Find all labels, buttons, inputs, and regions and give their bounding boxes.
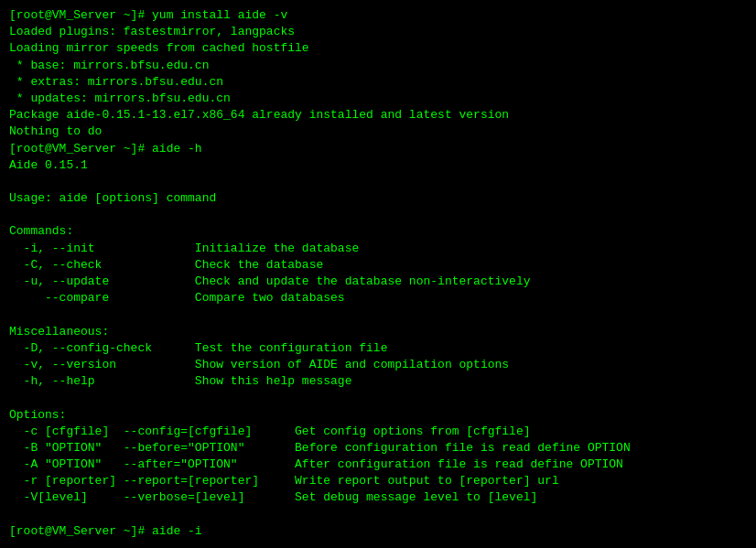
terminal-line: -r [reporter] --report=[reporter] Write …: [9, 473, 747, 489]
terminal-line: Commands:: [9, 223, 747, 240]
terminal-line: Loaded plugins: fastestmirror, langpacks: [9, 24, 747, 40]
terminal-line: -A "OPTION" --after="OPTION" After confi…: [9, 457, 747, 473]
terminal-line: Package aide-0.15.1-13.el7.x86_64 alread…: [9, 107, 747, 124]
terminal-line: -i, --init Initialize the database: [9, 241, 747, 257]
terminal-line: Aide 0.15.1: [9, 157, 747, 174]
terminal-line: [root@VM_Server ~]# yum install aide -v: [9, 7, 747, 24]
terminal-line: [9, 306, 747, 323]
terminal-line: -B "OPTION" --before="OPTION" Before con…: [9, 440, 747, 457]
terminal-line: -V[level] --verbose=[level] Set debug me…: [9, 489, 747, 506]
terminal-line: [root@VM_Server ~]# aide -i: [9, 523, 747, 540]
terminal-line: * extras: mirrors.bfsu.edu.cn: [9, 74, 747, 91]
terminal-line: -C, --check Check the database: [9, 257, 747, 274]
terminal-line: [9, 174, 747, 190]
terminal-window: [root@VM_Server ~]# yum install aide -vL…: [9, 7, 747, 548]
terminal-line: [root@VM_Server ~]# aide -h: [9, 141, 747, 157]
terminal-line: * updates: mirrors.bfsu.edu.cn: [9, 91, 747, 107]
terminal-line: [9, 507, 747, 523]
terminal-line: -v, --version Show version of AIDE and c…: [9, 357, 747, 373]
terminal-line: -h, --help Show this help message: [9, 373, 747, 390]
terminal-line: Nothing to do: [9, 124, 747, 140]
terminal-line: * base: mirrors.bfsu.edu.cn: [9, 58, 747, 74]
terminal-line: [9, 207, 747, 223]
terminal-line: Loading mirror speeds from cached hostfi…: [9, 40, 747, 57]
terminal-line: -c [cfgfile] --config=[cfgfile] Get conf…: [9, 424, 747, 440]
terminal-line: [9, 540, 747, 548]
terminal-line: Options:: [9, 407, 747, 424]
terminal-line: Miscellaneous:: [9, 324, 747, 340]
terminal-line: -u, --update Check and update the databa…: [9, 274, 747, 290]
terminal-line: --compare Compare two databases: [9, 290, 747, 306]
terminal-line: -D, --config-check Test the configuratio…: [9, 340, 747, 357]
terminal-line: Usage: aide [options] command: [9, 190, 747, 207]
terminal-line: [9, 390, 747, 406]
